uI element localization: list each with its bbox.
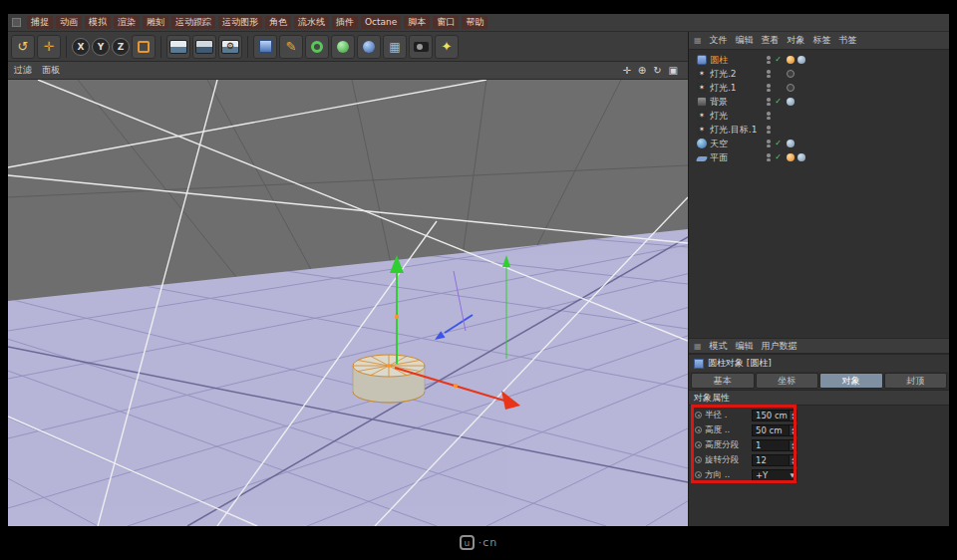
pen-tool-icon[interactable]: ✎ — [279, 35, 303, 59]
visibility-dots[interactable] — [767, 112, 771, 120]
radius-input[interactable]: 150 cm ▴▾ — [752, 410, 798, 421]
target-tag-icon[interactable] — [787, 70, 795, 78]
undo-icon[interactable]: ↺ — [11, 35, 35, 59]
am-menu-mode[interactable]: 模式 — [710, 340, 728, 353]
rotate-view-icon[interactable]: ↻ — [653, 66, 661, 76]
pan-view-icon[interactable]: ✛ — [622, 66, 630, 76]
object-name[interactable]: 背景 — [710, 96, 762, 109]
keyframe-dot[interactable] — [695, 456, 702, 463]
compositing-tag-icon[interactable] — [798, 153, 805, 161]
am-menu-edit[interactable]: 编辑 — [736, 340, 754, 353]
viewport-menu-panel[interactable]: 面板 — [42, 64, 60, 77]
visibility-dots[interactable] — [767, 70, 771, 78]
enabled-check-icon[interactable]: ✓ — [774, 140, 784, 147]
object-name[interactable]: 圆柱 — [710, 54, 762, 67]
enabled-check-icon[interactable]: ✓ — [774, 98, 784, 106]
keyframe-dot[interactable] — [695, 426, 702, 433]
visibility-dots[interactable] — [767, 98, 771, 106]
om-menu-tag[interactable]: 标签 — [813, 34, 831, 47]
orientation-dropdown[interactable]: +Y ▼ — [752, 469, 798, 481]
object-row-light[interactable]: ✶ 灯光 — [689, 109, 828, 123]
object-row-light-target[interactable]: ✶ 灯光.目标.1 — [689, 123, 828, 137]
height-input[interactable]: 50 cm ▴▾ — [752, 424, 798, 436]
phong-tag-icon[interactable] — [787, 153, 795, 161]
tab-object[interactable]: 对象 — [819, 373, 883, 389]
object-name[interactable]: 天空 — [710, 138, 762, 150]
viewport-canvas[interactable] — [8, 80, 688, 526]
compositing-tag-icon[interactable] — [798, 56, 805, 64]
target-tag-icon[interactable] — [787, 84, 795, 92]
object-name[interactable]: 灯光.目标.1 — [710, 124, 762, 137]
visibility-dots[interactable] — [767, 84, 771, 92]
maximize-view-icon[interactable]: ▣ — [669, 66, 678, 76]
menu-item[interactable]: Octane — [361, 16, 401, 29]
compositing-tag-icon[interactable] — [787, 98, 795, 106]
visibility-dots[interactable] — [767, 140, 771, 147]
object-row-sky[interactable]: 天空 ✓ — [689, 137, 828, 150]
array-icon[interactable]: ▦ — [383, 35, 407, 59]
cylinder-object[interactable] — [353, 355, 425, 403]
spline-tool-icon[interactable] — [305, 35, 329, 59]
visibility-dots[interactable] — [767, 56, 771, 64]
tab-coordinates[interactable]: 坐标 — [756, 373, 819, 389]
coordinate-system-icon[interactable] — [132, 35, 156, 59]
object-name[interactable]: 灯光.1 — [710, 82, 762, 95]
viewport-menu-filter[interactable]: 过滤 — [14, 64, 32, 77]
object-row-cylinder[interactable]: 圆柱 ✓ — [689, 53, 828, 67]
menu-item[interactable]: 帮助 — [462, 16, 487, 29]
enabled-check-icon[interactable]: ✓ — [774, 56, 784, 64]
camera-icon[interactable] — [409, 35, 433, 59]
zoom-view-icon[interactable]: ⊕ — [638, 66, 646, 76]
x-lock-button[interactable]: X — [72, 38, 90, 56]
menu-item[interactable]: 窗口 — [433, 16, 459, 29]
om-menu-edit[interactable]: 编辑 — [736, 34, 754, 47]
keyframe-dot[interactable] — [695, 441, 702, 448]
menu-item[interactable]: 捕捉 — [27, 16, 53, 29]
panel-menu-icon[interactable]: ▦ — [694, 36, 702, 45]
keyframe-dot[interactable] — [695, 471, 702, 478]
om-menu-file[interactable]: 文件 — [710, 34, 728, 47]
object-properties-header[interactable]: 对象属性 — [689, 390, 949, 406]
generator-icon[interactable] — [331, 35, 355, 59]
menu-item[interactable]: 流水线 — [294, 16, 329, 29]
tab-basic[interactable]: 基本 — [691, 373, 755, 389]
render-settings-icon[interactable]: ⚙ — [218, 35, 242, 59]
visibility-dots[interactable] — [767, 126, 771, 134]
om-menu-view[interactable]: 查看 — [762, 34, 780, 47]
volume-icon[interactable] — [357, 35, 381, 59]
menu-item[interactable]: 脚本 — [404, 16, 430, 29]
phong-tag-icon[interactable] — [787, 56, 795, 64]
stepper-control[interactable]: ▴▾ — [789, 425, 797, 435]
menu-item[interactable]: 动画 — [56, 16, 82, 29]
render-view-icon[interactable] — [166, 35, 190, 59]
object-name[interactable]: 灯光.2 — [710, 68, 762, 81]
panel-menu-icon[interactable]: ▦ — [694, 342, 702, 351]
rotation-segments-input[interactable]: 12 ▴▾ — [752, 454, 798, 466]
menu-item[interactable]: 运动跟踪 — [171, 16, 215, 29]
object-row-light1[interactable]: ✶ 灯光.1 — [689, 81, 828, 95]
compositing-tag-icon[interactable] — [787, 140, 795, 147]
object-row-plane[interactable]: 平面 ✓ — [689, 150, 828, 164]
menu-item[interactable]: 运动图形 — [218, 16, 262, 29]
z-lock-button[interactable]: Z — [112, 38, 130, 56]
tab-caps[interactable]: 封顶 — [884, 373, 948, 389]
menu-item[interactable]: 渲染 — [114, 16, 140, 29]
om-menu-object[interactable]: 对象 — [788, 34, 805, 47]
stepper-control[interactable]: ▴▾ — [789, 455, 797, 465]
enabled-check-icon[interactable]: ✓ — [774, 153, 784, 161]
keyframe-dot[interactable] — [695, 412, 702, 419]
object-row-background[interactable]: 背景 ✓ — [689, 95, 828, 109]
render-region-icon[interactable] — [192, 35, 216, 59]
move-tool-icon[interactable]: ✛ — [37, 35, 61, 59]
om-menu-bookmark[interactable]: 书签 — [839, 34, 857, 47]
menu-item[interactable]: 模拟 — [85, 16, 111, 29]
menu-item[interactable]: 雕刻 — [143, 16, 168, 29]
am-menu-userdata[interactable]: 用户数据 — [762, 340, 798, 353]
height-segments-input[interactable]: 1 ▴▾ — [752, 439, 798, 451]
object-name[interactable]: 灯光 — [710, 110, 762, 123]
primitive-cube-icon[interactable] — [253, 35, 277, 59]
light-icon[interactable]: ✦ — [435, 35, 459, 59]
menu-item[interactable]: 角色 — [265, 16, 291, 29]
object-name[interactable]: 平面 — [710, 151, 762, 164]
menu-item[interactable]: 插件 — [332, 16, 358, 29]
